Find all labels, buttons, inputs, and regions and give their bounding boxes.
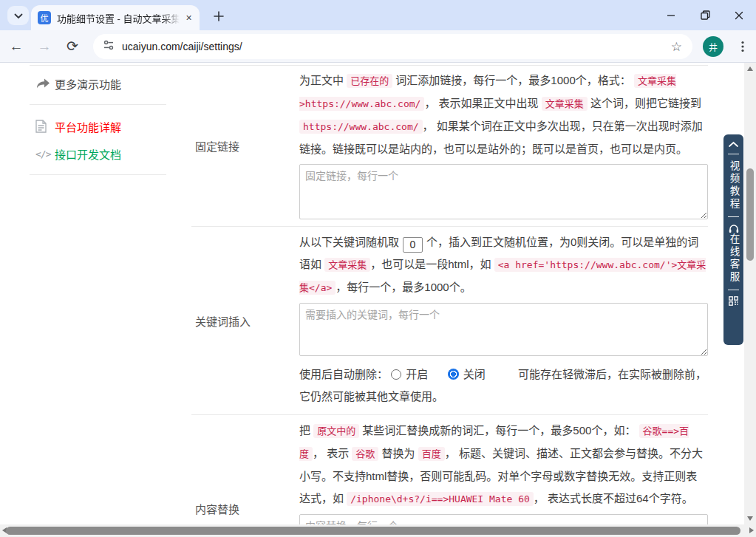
sidebar-item-label: 更多演示功能 [55, 76, 121, 92]
forward-arrow-icon [35, 78, 52, 89]
divider [30, 174, 166, 175]
divider [728, 290, 739, 290]
auto-delete-label: 使用后自动删除： [299, 368, 388, 380]
radio-icon[interactable] [448, 369, 459, 380]
highlight-term: 文章采集 [542, 97, 588, 111]
row-description: 为正文中 已存在的 词汇添加链接，每行一个，最多1000个，格式： 文章采集>h… [299, 69, 708, 160]
desc-text: 为正文中 [299, 74, 347, 86]
browser-menu-icon[interactable] [733, 37, 752, 56]
desc-text: 从以下关键词随机取 [299, 236, 399, 248]
sidebar-item-label: 接口开发文档 [55, 146, 121, 162]
keywords-textarea[interactable] [299, 303, 708, 356]
divider [728, 216, 739, 217]
code-icon: </> [35, 148, 52, 160]
desc-text: ， 表示如果正文中出现 [424, 97, 541, 109]
tab-close-icon[interactable]: × [183, 12, 195, 24]
desc-text: ，也可以是一段html，如 [370, 258, 494, 270]
browser-tab[interactable]: 优 功能细节设置 - 自动文章采集器 × [31, 5, 200, 30]
chevron-up-icon[interactable] [728, 141, 739, 148]
scroll-up-arrow-icon[interactable] [747, 66, 753, 71]
form-row-content-replace: 内容替换 把 原文中的 某些词汇替换成新的词汇，每行一个，最多500个，如： 谷… [191, 415, 708, 537]
sidebar-item-more-demos[interactable]: 更多演示功能 [0, 73, 191, 94]
radio-option-off[interactable]: 关闭 [448, 368, 488, 380]
floating-side-panel: 视频教程 在线客服 [723, 134, 743, 345]
divider [728, 154, 739, 154]
desc-text: ， 表达式长度不超过64个字符。 [534, 492, 693, 504]
row-label: 固定链接 [191, 65, 299, 226]
form-row-fixed-links: 固定链接 为正文中 已存在的 词汇添加链接，每行一个，最多1000个，格式： 文… [191, 65, 708, 227]
restore-button[interactable] [688, 0, 722, 30]
radio-label: 关闭 [463, 368, 486, 380]
desc-text: 这个词，则把它链接到 [588, 97, 701, 109]
scroll-down-arrow-icon[interactable] [747, 516, 753, 521]
horizontal-scrollbar[interactable] [0, 524, 756, 537]
profile-avatar[interactable]: 井 [703, 36, 723, 57]
desc-text: ， 表示 [313, 447, 352, 459]
form-row-keyword-insert: 关键词插入 从以下关键词随机取个，插入到正文随机位置，为0则关闭。可以是单独的词… [191, 227, 708, 415]
chevron-down-icon [14, 9, 23, 22]
radio-option-on[interactable]: 开启 [391, 368, 431, 380]
row-label: 内容替换 [191, 415, 299, 537]
highlight-term: 百度 [418, 447, 445, 461]
desc-text: ，每行一个，最多1000个。 [336, 281, 471, 293]
tab-title: 功能细节设置 - 自动文章采集器 [57, 11, 180, 25]
scroll-right-arrow-icon[interactable] [749, 527, 754, 533]
desc-text: 替换为 [378, 447, 418, 459]
radio-icon[interactable] [391, 369, 401, 380]
forward-button[interactable]: → [33, 35, 56, 58]
desc-text: 把 [299, 424, 313, 437]
row-description: 把 原文中的 某些词汇替换成新的词汇，每行一个，最多500个，如： 谷歌==>百… [299, 420, 708, 510]
video-tutorial-button[interactable]: 视频教程 [726, 160, 741, 211]
highlight-term: https://www.abc.com/ [299, 120, 423, 134]
vertical-scrollbar[interactable] [744, 63, 756, 524]
tab-bar: 优 功能细节设置 - 自动文章采集器 × [0, 0, 756, 30]
bookmark-star-icon[interactable]: ☆ [668, 39, 685, 55]
document-icon [35, 120, 52, 133]
highlight-term: 原文中的 [313, 424, 359, 438]
settings-form: 固定链接 为正文中 已存在的 词汇添加链接，每行一个，最多1000个，格式： 文… [191, 65, 708, 537]
browser-window: 优 功能细节设置 - 自动文章采集器 × ← → ⟳ [0, 0, 756, 537]
row-description: 从以下关键词随机取个，插入到正文随机位置，为0则关闭。可以是单独的词语如 文章采… [299, 231, 708, 299]
sidebar: 更多演示功能 平台功能详解 </> 接口开发文档 [0, 65, 191, 175]
sidebar-item-platform-features[interactable]: 平台功能详解 [0, 116, 191, 137]
new-tab-button[interactable] [209, 7, 228, 26]
highlight-term: 文章采集 [324, 258, 370, 272]
sidebar-item-label: 平台功能详解 [55, 119, 121, 134]
back-button[interactable]: ← [4, 35, 28, 58]
fixed-links-textarea[interactable] [299, 164, 708, 219]
headset-icon[interactable] [728, 223, 740, 233]
highlight-term: 已存在的 [347, 74, 392, 88]
tab-search-button[interactable] [7, 6, 29, 25]
qr-code-icon[interactable] [729, 296, 738, 306]
vertical-scrollbar-thumb[interactable] [746, 168, 754, 261]
url-text[interactable]: ucaiyun.com/caiji/settings/ [122, 41, 668, 52]
site-favicon: 优 [38, 11, 51, 24]
auto-delete-setting: 使用后自动删除： 开启 关闭 可能存在轻微滞后，在实际被删除前，它仍然可能被其他… [299, 363, 708, 408]
reload-button[interactable]: ⟳ [61, 35, 84, 58]
highlight-term: 谷歌 [352, 447, 378, 461]
radio-label: 开启 [406, 368, 428, 380]
online-service-button[interactable]: 在线客服 [726, 233, 741, 284]
row-label: 关键词插入 [191, 227, 299, 414]
sidebar-item-api-docs[interactable]: </> 接口开发文档 [0, 143, 191, 164]
keyword-count-input[interactable] [403, 237, 423, 253]
close-button[interactable] [722, 0, 756, 30]
highlight-term: /iphone\d+s?/i==>HUAWEI Mate 60 [347, 492, 534, 506]
window-controls [654, 0, 756, 30]
horizontal-scrollbar-thumb[interactable] [6, 527, 740, 535]
desc-text: 词汇添加链接，每行一个，最多1000个，格式： [392, 74, 634, 86]
desc-text: 某些词汇替换成新的词汇，每行一个，最多500个，如： [359, 424, 638, 437]
divider [30, 104, 166, 105]
page-content: 更多演示功能 平台功能详解 </> 接口开发文档 [0, 63, 756, 537]
minimize-button[interactable] [654, 0, 688, 30]
address-bar[interactable]: ucaiyun.com/caiji/settings/ ☆ [93, 34, 692, 59]
site-settings-icon[interactable] [103, 39, 115, 54]
browser-toolbar: ← → ⟳ ucaiyun.com/caiji/settings/ ☆ 井 [0, 30, 756, 63]
